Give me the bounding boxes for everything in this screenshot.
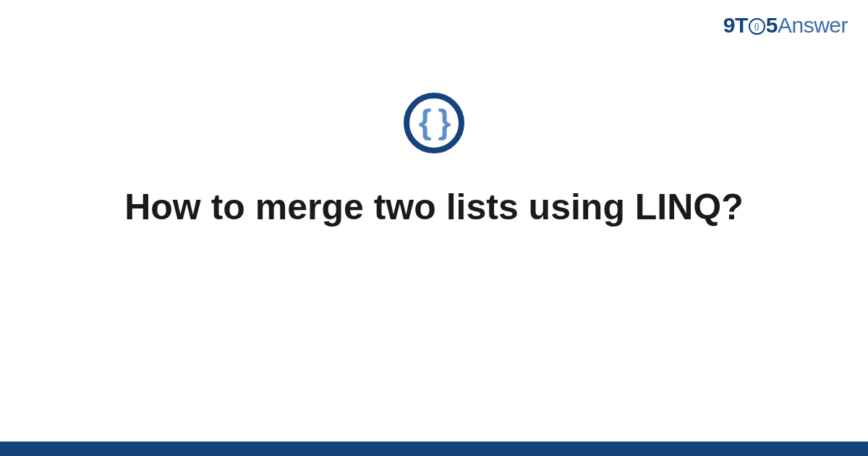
header: 9T {} 5 Answer: [723, 14, 848, 36]
logo-text-5: 5: [766, 14, 778, 36]
footer-accent-bar: [0, 442, 868, 456]
page-card: 9T {} 5 Answer { } How to merge two list…: [0, 0, 868, 456]
logo-text-9t: 9T: [723, 14, 748, 36]
question-title: How to merge two lists using LINQ?: [124, 184, 744, 230]
topic-icon-circle: { }: [404, 93, 464, 153]
logo-braces-icon: {}: [749, 18, 765, 35]
main-content: { } How to merge two lists using LINQ?: [0, 0, 868, 456]
site-logo: 9T {} 5 Answer: [723, 14, 848, 36]
svg-text:{}: {}: [754, 22, 760, 30]
code-braces-icon: { }: [419, 105, 450, 138]
logo-text-answer: Answer: [778, 14, 848, 36]
